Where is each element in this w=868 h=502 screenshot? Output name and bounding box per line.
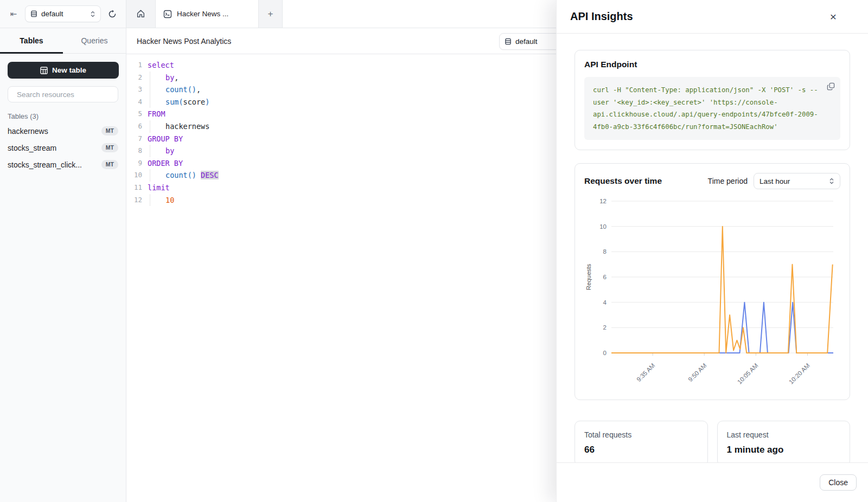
total-requests-card: Total requests 66 xyxy=(575,421,708,462)
total-requests-label: Total requests xyxy=(584,430,698,439)
code-text: select xyxy=(148,59,174,72)
svg-text:6: 6 xyxy=(603,274,607,280)
panel-header: API Insights × xyxy=(557,0,868,34)
line-number: 11 xyxy=(126,182,142,194)
api-endpoint-card: API Endpoint curl -H "Content-Type: appl… xyxy=(575,50,850,150)
code-text: 10 xyxy=(148,194,174,207)
line-number: 9 xyxy=(126,157,142,170)
svg-text:10: 10 xyxy=(599,223,607,230)
curl-command: curl -H "Content-Type: application/json"… xyxy=(593,86,818,131)
code-text: GROUP BY xyxy=(148,133,183,145)
line-number: 3 xyxy=(126,83,142,96)
chart-header: Requests over time Time period Last hour xyxy=(584,173,840,189)
svg-text:10:20 AM: 10:20 AM xyxy=(788,362,811,385)
table-row[interactable]: stocks_stream_click...MT xyxy=(0,156,126,173)
svg-text:4: 4 xyxy=(603,299,607,306)
code-text: by xyxy=(148,145,174,157)
copy-icon[interactable] xyxy=(827,82,835,95)
code-text: ORDER BY xyxy=(148,157,183,170)
search-input[interactable] xyxy=(17,91,113,99)
line-number: 12 xyxy=(126,194,142,207)
time-period-value: Last hour xyxy=(760,177,829,185)
svg-text:9:50 AM: 9:50 AM xyxy=(687,362,707,383)
line-number: 4 xyxy=(126,96,142,108)
tab-hacker-news[interactable]: Hacker News ... xyxy=(156,0,259,28)
chevron-up-down-icon xyxy=(829,178,834,184)
code-text: count() DESC xyxy=(148,169,219,182)
code-text: FROM xyxy=(148,108,165,120)
new-table-button[interactable]: New table xyxy=(8,62,119,79)
curl-codeblock: curl -H "Content-Type: application/json"… xyxy=(584,77,840,140)
table-name: stocks_stream_click... xyxy=(8,160,82,169)
database-selector-value: default xyxy=(41,10,86,18)
refresh-icon[interactable] xyxy=(105,7,119,21)
sidebar: ⇤ default xyxy=(0,0,126,502)
line-number: 7 xyxy=(126,133,142,145)
code-text: limit xyxy=(148,182,170,194)
tab-queries[interactable]: Queries xyxy=(63,28,126,53)
requests-chart-card: Requests over time Time period Last hour… xyxy=(575,163,850,400)
line-number: 8 xyxy=(126,145,142,157)
query-title: Hacker News Post Analytics xyxy=(137,37,231,46)
last-request-value: 1 minute ago xyxy=(727,445,841,455)
close-button[interactable]: Close xyxy=(820,474,857,491)
api-insights-panel: API Insights × API Endpoint curl -H "Con… xyxy=(556,0,868,502)
svg-text:2: 2 xyxy=(603,324,607,331)
svg-text:8: 8 xyxy=(603,248,607,255)
svg-text:Requests: Requests xyxy=(585,263,592,290)
table-row[interactable]: stocks_streamMT xyxy=(0,139,126,156)
code-text: by, xyxy=(148,72,178,84)
panel-title: API Insights xyxy=(570,10,830,23)
table-icon xyxy=(40,67,48,74)
series-requests-orange xyxy=(611,227,833,353)
sidebar-tabs: Tables Queries xyxy=(0,28,126,54)
time-period-label: Time period xyxy=(708,177,748,185)
sidebar-topbar: ⇤ default xyxy=(0,0,126,28)
line-number: 1 xyxy=(126,59,142,72)
table-list: hackernewsMTstocks_streamMTstocks_stream… xyxy=(0,123,126,173)
svg-text:9:35 AM: 9:35 AM xyxy=(635,362,656,383)
table-name: hackernews xyxy=(8,127,48,136)
svg-text:12: 12 xyxy=(599,198,607,204)
last-request-label: Last request xyxy=(727,430,841,439)
home-tab-button[interactable] xyxy=(126,0,156,28)
api-endpoint-title: API Endpoint xyxy=(584,60,840,69)
home-icon xyxy=(136,9,145,18)
table-name: stocks_stream xyxy=(8,144,56,152)
table-engine-badge: MT xyxy=(101,126,118,136)
panel-footer: Close xyxy=(557,462,868,502)
chart-title: Requests over time xyxy=(584,176,708,186)
last-request-card: Last request 1 minute ago xyxy=(717,421,851,462)
code-text: sum(score) xyxy=(148,96,209,108)
collapse-sidebar-icon[interactable]: ⇤ xyxy=(7,7,21,21)
new-table-label: New table xyxy=(52,66,86,74)
line-number: 10 xyxy=(126,169,142,182)
panel-body: API Endpoint curl -H "Content-Type: appl… xyxy=(557,34,868,462)
stats-row: Total requests 66 Last request 1 minute … xyxy=(575,421,850,462)
table-row[interactable]: hackernewsMT xyxy=(0,123,126,139)
line-number: 2 xyxy=(126,72,142,84)
code-text: count(), xyxy=(148,83,201,96)
tables-section-label: Tables (3) xyxy=(8,112,118,120)
database-selector[interactable]: default xyxy=(25,5,101,22)
requests-over-time-chart: 0246810129:35 AM9:50 AM10:05 AM10:20 AMR… xyxy=(584,192,839,394)
new-tab-button[interactable]: + xyxy=(259,0,283,28)
svg-text:0: 0 xyxy=(603,350,607,356)
line-number: 5 xyxy=(126,108,142,120)
clickhouse-console: ⇤ default xyxy=(0,0,868,502)
line-number: 6 xyxy=(126,120,142,133)
close-icon[interactable]: × xyxy=(830,11,837,22)
table-engine-badge: MT xyxy=(101,160,118,169)
code-text: hackernews xyxy=(148,120,209,133)
table-engine-badge: MT xyxy=(101,143,118,152)
time-period-select[interactable]: Last hour xyxy=(754,173,840,189)
sql-console-icon xyxy=(163,10,172,18)
svg-text:10:05 AM: 10:05 AM xyxy=(736,362,760,385)
search-resources-box xyxy=(8,86,118,102)
chevron-up-down-icon xyxy=(90,11,95,17)
tab-title: Hacker News ... xyxy=(177,10,228,18)
total-requests-value: 66 xyxy=(584,445,698,455)
database-icon xyxy=(505,38,512,45)
tab-tables[interactable]: Tables xyxy=(0,28,63,53)
database-icon xyxy=(30,10,37,17)
